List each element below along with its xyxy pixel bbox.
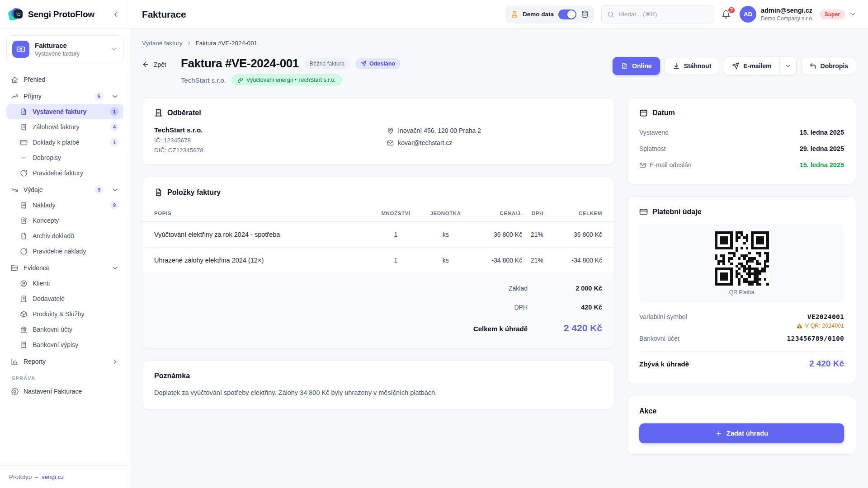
- qr-payment-box: QR Platba: [639, 224, 844, 303]
- note-card-title: Poznámka: [154, 372, 602, 380]
- main-area: Fakturace Demo data 7 AD: [130, 0, 868, 488]
- sidebar-item-prehled[interactable]: Přehled: [6, 72, 123, 87]
- back-button[interactable]: Zpět: [142, 61, 166, 68]
- send-icon: [732, 62, 739, 70]
- customer-address: Inovační 456, 120 00 Praha 2: [398, 127, 481, 134]
- client-name: TechStart s.r.o.: [181, 76, 226, 84]
- folder-open-icon: [11, 264, 19, 272]
- sidebar-item-prijmy[interactable]: Příjmy6: [6, 89, 123, 104]
- sidebar-item-doklady-k-platbe[interactable]: Doklady k platbě1: [6, 135, 123, 150]
- sidebar-item-label: Doklady k platbě: [33, 139, 80, 146]
- sidebar-collapse-button[interactable]: [110, 9, 122, 20]
- sidebar-item-bankovni-ucty[interactable]: Bankovní účty: [6, 322, 123, 337]
- sengi-link[interactable]: sengi.cz: [42, 474, 64, 480]
- mail-icon: [639, 162, 646, 169]
- sidebar-item-dobropisy[interactable]: Dobropisy: [6, 150, 123, 165]
- chevron-right-icon: [111, 358, 119, 366]
- gear-icon: [11, 388, 19, 395]
- summary-value: 2 000 Kč: [528, 285, 602, 292]
- count-badge: 1: [110, 138, 119, 147]
- bar-chart-icon: [11, 358, 19, 366]
- package-icon: [20, 310, 28, 318]
- qr-code: [715, 231, 769, 286]
- count-badge: 1: [110, 107, 119, 116]
- breadcrumb: Vydané faktury Faktura #VE-2024-001: [142, 40, 856, 47]
- file-archive-icon: [20, 232, 28, 240]
- date-value: 15. ledna 2025: [800, 129, 844, 136]
- minus-icon: [20, 154, 28, 162]
- module-subtitle: Vystavené faktury: [35, 51, 80, 57]
- sidebar-item-label: Dodavatelé: [33, 295, 65, 302]
- sidebar-item-label: Vystavené faktury: [33, 108, 86, 115]
- table-row: Uhrazené zálohy elektřina 2024 (12×)1ks-…: [142, 248, 614, 273]
- sidebar-item-label: Bankovní výpisy: [33, 341, 78, 348]
- cell-celkem: 36 800 Kč: [543, 222, 614, 248]
- download-icon: [673, 62, 680, 70]
- divider: [639, 352, 844, 352]
- mail-icon: [387, 140, 394, 146]
- user-email: admin@sengi.cz: [761, 7, 813, 14]
- chevron-down-icon: [849, 11, 856, 18]
- demo-data-toggle[interactable]: [558, 9, 576, 19]
- status-badge: Odesláno: [355, 58, 401, 69]
- sidebar-item-nastaveni-fakturace[interactable]: Nastavení Fakturace: [6, 384, 123, 399]
- billing-context-tag[interactable]: Vyúčtování energií • TechStart s.r.o.: [231, 75, 342, 85]
- module-title: Fakturace: [35, 42, 80, 50]
- sidebar: Sengi ProtoFlow Fakturace Vystavené fakt…: [0, 0, 130, 488]
- sidebar-item-dodavatele[interactable]: Dodavatelé: [6, 291, 123, 306]
- sidebar-item-label: Reporty: [24, 358, 46, 365]
- chevron-down-icon: [111, 93, 119, 100]
- notifications-button[interactable]: 7: [722, 9, 732, 20]
- file-icon: [154, 188, 163, 197]
- receipt-icon: [20, 341, 28, 349]
- date-label: Vystaveno: [639, 129, 669, 136]
- file-edit-icon: [20, 217, 28, 225]
- invoice-summary: Základ2 000 KčDPH420 KčCelkem k úhradě2 …: [142, 273, 614, 348]
- global-search[interactable]: [601, 5, 714, 23]
- warning-icon: [797, 323, 802, 329]
- search-input[interactable]: [618, 11, 708, 18]
- sidebar-item-label: Výdaje: [24, 186, 43, 193]
- online-button[interactable]: Online: [613, 57, 660, 75]
- date-row-vystaveno: Vystaveno15. ledna 2025: [639, 124, 844, 141]
- sidebar-item-klienti[interactable]: Klienti: [6, 276, 123, 291]
- sidebar-item-evidence[interactable]: Evidence: [6, 260, 123, 276]
- sidebar-item-archiv-dokladu[interactable]: Archiv dokladů: [6, 228, 123, 244]
- module-switcher[interactable]: Fakturace Vystavené faktury: [6, 35, 123, 63]
- role-badge: Super: [820, 9, 845, 19]
- sidebar-item-bankovni-vypisy[interactable]: Bankovní výpisy: [6, 337, 123, 352]
- column-header-popis: POPIS: [142, 205, 372, 222]
- database-icon[interactable]: [581, 10, 589, 18]
- avatar: AD: [740, 6, 756, 23]
- sidebar-item-zalohove-faktury[interactable]: Zálohové faktury4: [6, 119, 123, 135]
- breadcrumb-parent[interactable]: Vydané faktury: [142, 40, 183, 47]
- email-more-button[interactable]: [779, 57, 796, 75]
- sidebar-item-reporty[interactable]: Reporty: [6, 354, 123, 369]
- sidebar-item-koncepty[interactable]: Koncepty: [6, 213, 123, 228]
- app-root: Sengi ProtoFlow Fakturace Vystavené fakt…: [0, 0, 868, 488]
- plus-icon: [715, 430, 722, 437]
- demo-data-label: Demo data: [523, 11, 554, 18]
- sidebar-item-produkty-sluzby[interactable]: Produkty & Služby: [6, 306, 123, 322]
- sidebar-item-naklady[interactable]: Náklady9: [6, 197, 123, 213]
- sidebar-item-pravidelne-faktury[interactable]: Pravidelné faktury: [6, 165, 123, 181]
- page-section-title: Fakturace: [142, 9, 186, 20]
- file-text-icon: [20, 108, 28, 116]
- sidebar-item-label: Příjmy: [24, 93, 42, 100]
- invoice-header: Zpět Faktura #VE-2024-001 Běžná faktura …: [142, 56, 856, 85]
- sidebar-item-vystavene-faktury[interactable]: Vystavené faktury1: [6, 104, 123, 119]
- topbar: Fakturace Demo data 7 AD: [130, 0, 868, 29]
- receipt-icon: [20, 202, 28, 209]
- date-value: 15. ledna 2025: [800, 161, 844, 169]
- sidebar-item-label: Archiv dokladů: [33, 232, 74, 239]
- add-payment-button[interactable]: Zadat úhradu: [639, 423, 844, 443]
- credit-note-button[interactable]: Dobropis: [801, 57, 856, 75]
- email-button[interactable]: E-mailem: [724, 57, 779, 75]
- sidebar-item-label: Evidence: [24, 264, 50, 272]
- sidebar-item-pravidelne-naklady[interactable]: Pravidelné náklady: [6, 244, 123, 259]
- user-menu[interactable]: AD admin@sengi.cz Demo Company s.r.o. Su…: [740, 6, 856, 23]
- calendar-icon: [639, 108, 648, 117]
- sidebar-item-vydaje[interactable]: Výdaje9: [6, 182, 123, 197]
- chevron-down-icon: [111, 186, 119, 194]
- download-button[interactable]: Stáhnout: [665, 57, 720, 75]
